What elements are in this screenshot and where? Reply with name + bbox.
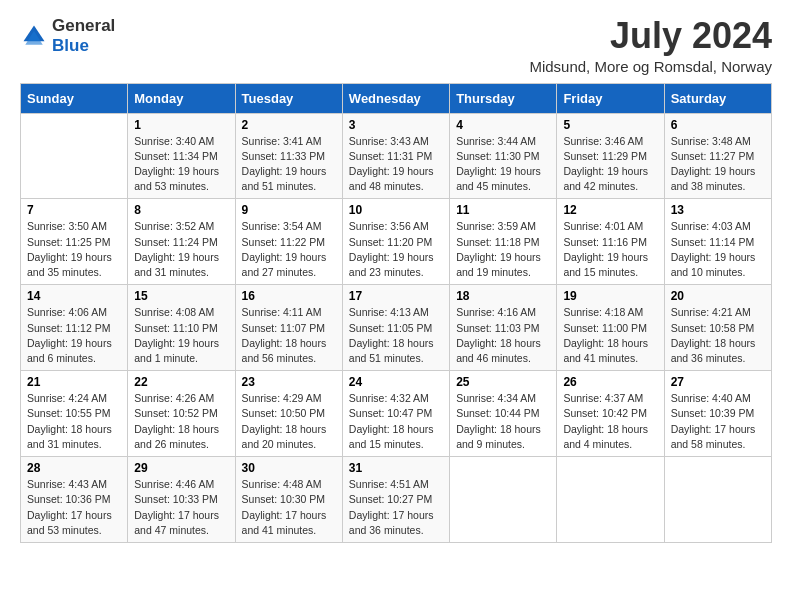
- week-row-1: 1Sunrise: 3:40 AM Sunset: 11:34 PM Dayli…: [21, 113, 772, 199]
- day-info: Sunrise: 4:46 AM Sunset: 10:33 PM Daylig…: [134, 477, 228, 538]
- day-number: 30: [242, 461, 336, 475]
- day-cell: 23Sunrise: 4:29 AM Sunset: 10:50 PM Dayl…: [235, 371, 342, 457]
- day-cell: 31Sunrise: 4:51 AM Sunset: 10:27 PM Dayl…: [342, 457, 449, 543]
- week-row-2: 7Sunrise: 3:50 AM Sunset: 11:25 PM Dayli…: [21, 199, 772, 285]
- day-info: Sunrise: 3:50 AM Sunset: 11:25 PM Daylig…: [27, 219, 121, 280]
- col-header-sunday: Sunday: [21, 83, 128, 113]
- col-header-thursday: Thursday: [450, 83, 557, 113]
- day-info: Sunrise: 4:43 AM Sunset: 10:36 PM Daylig…: [27, 477, 121, 538]
- day-number: 11: [456, 203, 550, 217]
- day-cell: 25Sunrise: 4:34 AM Sunset: 10:44 PM Dayl…: [450, 371, 557, 457]
- day-info: Sunrise: 3:59 AM Sunset: 11:18 PM Daylig…: [456, 219, 550, 280]
- day-info: Sunrise: 4:37 AM Sunset: 10:42 PM Daylig…: [563, 391, 657, 452]
- day-number: 6: [671, 118, 765, 132]
- logo-blue: Blue: [52, 36, 115, 56]
- main-title: July 2024: [529, 16, 772, 56]
- day-cell: 14Sunrise: 4:06 AM Sunset: 11:12 PM Dayl…: [21, 285, 128, 371]
- day-number: 20: [671, 289, 765, 303]
- header-row: SundayMondayTuesdayWednesdayThursdayFrid…: [21, 83, 772, 113]
- col-header-monday: Monday: [128, 83, 235, 113]
- day-info: Sunrise: 4:34 AM Sunset: 10:44 PM Daylig…: [456, 391, 550, 452]
- day-number: 1: [134, 118, 228, 132]
- logo-icon: [20, 22, 48, 50]
- subtitle: Midsund, More og Romsdal, Norway: [529, 58, 772, 75]
- day-info: Sunrise: 3:56 AM Sunset: 11:20 PM Daylig…: [349, 219, 443, 280]
- day-cell: 26Sunrise: 4:37 AM Sunset: 10:42 PM Dayl…: [557, 371, 664, 457]
- day-number: 13: [671, 203, 765, 217]
- day-info: Sunrise: 4:13 AM Sunset: 11:05 PM Daylig…: [349, 305, 443, 366]
- logo: General Blue: [20, 16, 115, 55]
- day-number: 27: [671, 375, 765, 389]
- day-cell: 17Sunrise: 4:13 AM Sunset: 11:05 PM Dayl…: [342, 285, 449, 371]
- day-info: Sunrise: 4:24 AM Sunset: 10:55 PM Daylig…: [27, 391, 121, 452]
- day-info: Sunrise: 3:40 AM Sunset: 11:34 PM Daylig…: [134, 134, 228, 195]
- title-block: July 2024 Midsund, More og Romsdal, Norw…: [529, 16, 772, 75]
- day-info: Sunrise: 3:54 AM Sunset: 11:22 PM Daylig…: [242, 219, 336, 280]
- day-info: Sunrise: 4:08 AM Sunset: 11:10 PM Daylig…: [134, 305, 228, 366]
- day-number: 16: [242, 289, 336, 303]
- day-cell: [21, 113, 128, 199]
- day-cell: [450, 457, 557, 543]
- day-number: 18: [456, 289, 550, 303]
- day-cell: 19Sunrise: 4:18 AM Sunset: 11:00 PM Dayl…: [557, 285, 664, 371]
- logo-general: General: [52, 16, 115, 36]
- day-number: 5: [563, 118, 657, 132]
- day-number: 10: [349, 203, 443, 217]
- day-cell: 3Sunrise: 3:43 AM Sunset: 11:31 PM Dayli…: [342, 113, 449, 199]
- day-info: Sunrise: 3:44 AM Sunset: 11:30 PM Daylig…: [456, 134, 550, 195]
- day-number: 24: [349, 375, 443, 389]
- day-number: 9: [242, 203, 336, 217]
- day-info: Sunrise: 4:29 AM Sunset: 10:50 PM Daylig…: [242, 391, 336, 452]
- day-number: 21: [27, 375, 121, 389]
- day-cell: 5Sunrise: 3:46 AM Sunset: 11:29 PM Dayli…: [557, 113, 664, 199]
- page-header: General Blue July 2024 Midsund, More og …: [20, 16, 772, 75]
- day-number: 14: [27, 289, 121, 303]
- day-info: Sunrise: 3:41 AM Sunset: 11:33 PM Daylig…: [242, 134, 336, 195]
- day-cell: 22Sunrise: 4:26 AM Sunset: 10:52 PM Dayl…: [128, 371, 235, 457]
- day-info: Sunrise: 4:51 AM Sunset: 10:27 PM Daylig…: [349, 477, 443, 538]
- day-info: Sunrise: 3:46 AM Sunset: 11:29 PM Daylig…: [563, 134, 657, 195]
- day-cell: 4Sunrise: 3:44 AM Sunset: 11:30 PM Dayli…: [450, 113, 557, 199]
- day-info: Sunrise: 4:01 AM Sunset: 11:16 PM Daylig…: [563, 219, 657, 280]
- day-cell: 15Sunrise: 4:08 AM Sunset: 11:10 PM Dayl…: [128, 285, 235, 371]
- day-number: 17: [349, 289, 443, 303]
- day-cell: 21Sunrise: 4:24 AM Sunset: 10:55 PM Dayl…: [21, 371, 128, 457]
- day-number: 8: [134, 203, 228, 217]
- day-number: 22: [134, 375, 228, 389]
- day-info: Sunrise: 4:21 AM Sunset: 10:58 PM Daylig…: [671, 305, 765, 366]
- day-cell: 9Sunrise: 3:54 AM Sunset: 11:22 PM Dayli…: [235, 199, 342, 285]
- day-info: Sunrise: 4:26 AM Sunset: 10:52 PM Daylig…: [134, 391, 228, 452]
- day-cell: 12Sunrise: 4:01 AM Sunset: 11:16 PM Dayl…: [557, 199, 664, 285]
- day-cell: 18Sunrise: 4:16 AM Sunset: 11:03 PM Dayl…: [450, 285, 557, 371]
- day-number: 3: [349, 118, 443, 132]
- day-cell: [557, 457, 664, 543]
- day-cell: 27Sunrise: 4:40 AM Sunset: 10:39 PM Dayl…: [664, 371, 771, 457]
- day-cell: 20Sunrise: 4:21 AM Sunset: 10:58 PM Dayl…: [664, 285, 771, 371]
- day-info: Sunrise: 4:03 AM Sunset: 11:14 PM Daylig…: [671, 219, 765, 280]
- day-number: 26: [563, 375, 657, 389]
- day-info: Sunrise: 4:32 AM Sunset: 10:47 PM Daylig…: [349, 391, 443, 452]
- day-cell: 29Sunrise: 4:46 AM Sunset: 10:33 PM Dayl…: [128, 457, 235, 543]
- day-info: Sunrise: 4:06 AM Sunset: 11:12 PM Daylig…: [27, 305, 121, 366]
- day-number: 15: [134, 289, 228, 303]
- day-number: 31: [349, 461, 443, 475]
- week-row-5: 28Sunrise: 4:43 AM Sunset: 10:36 PM Dayl…: [21, 457, 772, 543]
- day-cell: 30Sunrise: 4:48 AM Sunset: 10:30 PM Dayl…: [235, 457, 342, 543]
- week-row-4: 21Sunrise: 4:24 AM Sunset: 10:55 PM Dayl…: [21, 371, 772, 457]
- day-cell: 2Sunrise: 3:41 AM Sunset: 11:33 PM Dayli…: [235, 113, 342, 199]
- week-row-3: 14Sunrise: 4:06 AM Sunset: 11:12 PM Dayl…: [21, 285, 772, 371]
- col-header-wednesday: Wednesday: [342, 83, 449, 113]
- day-info: Sunrise: 4:40 AM Sunset: 10:39 PM Daylig…: [671, 391, 765, 452]
- calendar-table: SundayMondayTuesdayWednesdayThursdayFrid…: [20, 83, 772, 543]
- day-number: 4: [456, 118, 550, 132]
- day-cell: 1Sunrise: 3:40 AM Sunset: 11:34 PM Dayli…: [128, 113, 235, 199]
- day-cell: 10Sunrise: 3:56 AM Sunset: 11:20 PM Dayl…: [342, 199, 449, 285]
- day-number: 12: [563, 203, 657, 217]
- day-info: Sunrise: 3:48 AM Sunset: 11:27 PM Daylig…: [671, 134, 765, 195]
- day-number: 29: [134, 461, 228, 475]
- day-number: 25: [456, 375, 550, 389]
- day-info: Sunrise: 4:48 AM Sunset: 10:30 PM Daylig…: [242, 477, 336, 538]
- day-info: Sunrise: 4:18 AM Sunset: 11:00 PM Daylig…: [563, 305, 657, 366]
- day-number: 23: [242, 375, 336, 389]
- day-cell: 13Sunrise: 4:03 AM Sunset: 11:14 PM Dayl…: [664, 199, 771, 285]
